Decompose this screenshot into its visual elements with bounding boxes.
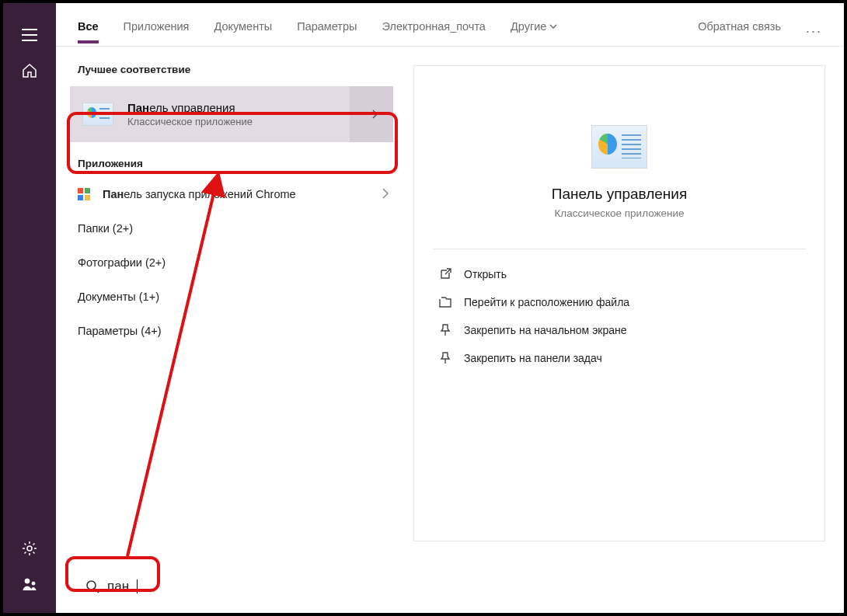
settings-icon[interactable] [21, 540, 38, 557]
preview-icon [591, 125, 647, 169]
content: Все Приложения Документы Параметры Элект… [56, 3, 844, 560]
svg-rect-4 [85, 188, 90, 193]
action-pin-start-label: Закрепить на начальном экране [464, 324, 627, 336]
preview-subtitle: Классическое приложение [436, 207, 803, 219]
divider [433, 249, 806, 249]
results-body: Лучшее соответствие Панель управления Кл… [56, 47, 844, 560]
search-bar-area: пан [56, 560, 844, 613]
chevron-right-icon [382, 188, 389, 201]
results-right: Панель управления Классическое приложени… [407, 47, 844, 560]
best-match-subtitle: Классическое приложение [127, 116, 253, 127]
action-pin-taskbar[interactable]: Закрепить на панели задач [436, 344, 803, 372]
chevron-down-icon [549, 24, 557, 29]
action-pin-taskbar-label: Закрепить на панели задач [464, 352, 602, 364]
open-icon [439, 268, 451, 280]
svg-point-0 [27, 546, 32, 551]
more-icon[interactable]: ··· [806, 23, 822, 40]
result-chrome-label: Панель запуска приложений Chrome [103, 188, 296, 200]
expand-arrow-icon[interactable] [350, 86, 393, 142]
best-match-text: Панель управления Классическое приложени… [127, 101, 253, 127]
action-open-label: Открыть [464, 268, 507, 280]
tab-all[interactable]: Все [78, 20, 99, 44]
control-panel-icon [82, 103, 113, 126]
best-match-title: Панель управления [127, 101, 253, 114]
preview-title: Панель управления [436, 186, 803, 203]
result-documents[interactable]: Документы (1+) [56, 280, 407, 314]
svg-rect-3 [78, 188, 83, 193]
search-input[interactable]: пан [107, 579, 129, 594]
action-pin-start[interactable]: Закрепить на начальном экране [436, 316, 803, 344]
search-icon [85, 579, 99, 593]
pin-taskbar-icon [439, 352, 451, 364]
tab-other-label: Другие [511, 20, 546, 33]
text-cursor [137, 579, 138, 593]
svg-point-1 [25, 579, 30, 583]
tab-apps[interactable]: Приложения [124, 20, 190, 44]
folder-icon [439, 296, 451, 308]
search-bar[interactable]: пан [75, 574, 148, 599]
svg-rect-5 [78, 195, 83, 200]
chrome-icon [78, 188, 90, 200]
tab-email[interactable]: Электронная_почта [382, 20, 486, 44]
result-folders[interactable]: Папки (2+) [56, 211, 407, 245]
action-file-location[interactable]: Перейти к расположению файла [436, 288, 803, 316]
filter-tabs: Все Приложения Документы Параметры Элект… [56, 3, 844, 47]
search-window: Все Приложения Документы Параметры Элект… [0, 0, 847, 616]
result-settings[interactable]: Параметры (4+) [56, 314, 407, 348]
tab-documents[interactable]: Документы [214, 20, 272, 44]
apps-label: Приложения [56, 153, 407, 177]
feedback-link[interactable]: Обратная связь [698, 20, 781, 44]
preview-panel: Панель управления Классическое приложени… [413, 65, 825, 541]
tab-other[interactable]: Другие [511, 20, 557, 44]
result-photos[interactable]: Фотографии (2+) [56, 245, 407, 280]
action-location-label: Перейти к расположению файла [464, 296, 629, 308]
svg-point-7 [87, 581, 96, 590]
menu-icon[interactable] [21, 26, 38, 44]
pin-start-icon [439, 324, 451, 336]
best-match-label: Лучшее соответствие [56, 59, 407, 83]
result-chrome-launcher[interactable]: Панель запуска приложений Chrome [56, 177, 407, 211]
svg-rect-6 [85, 195, 90, 200]
sidebar [3, 3, 56, 613]
action-open[interactable]: Открыть [436, 260, 803, 288]
home-icon[interactable] [21, 62, 38, 79]
results-left: Лучшее соответствие Панель управления Кл… [56, 47, 407, 560]
account-icon[interactable] [21, 576, 38, 593]
best-match-item[interactable]: Панель управления Классическое приложени… [70, 86, 393, 142]
svg-point-2 [32, 582, 35, 585]
tab-settings[interactable]: Параметры [297, 20, 357, 44]
